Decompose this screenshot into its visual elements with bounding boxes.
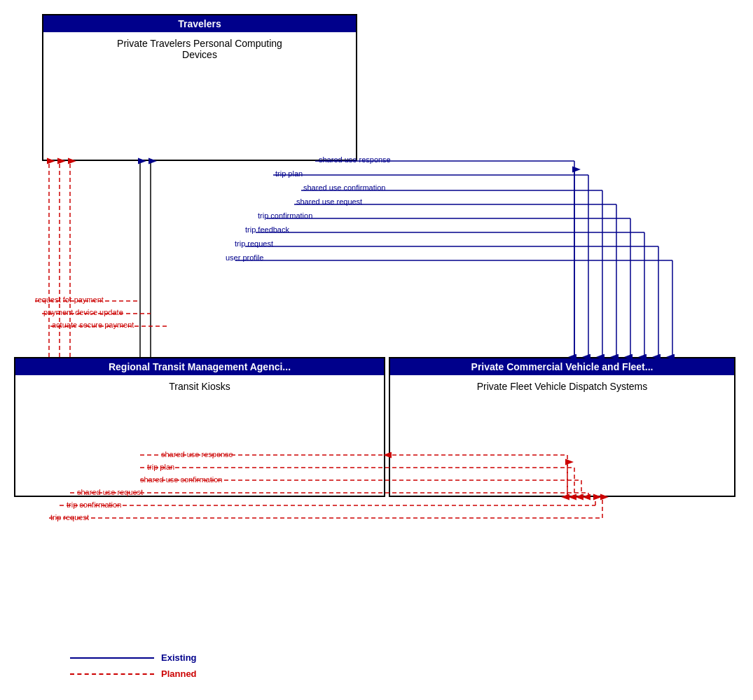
label-trip-feedback-1: trip feedback: [245, 225, 289, 234]
label-trip-plan-2: trip plan: [147, 463, 174, 471]
label-user-profile-1: user profile: [226, 253, 263, 262]
label-shared-use-response-1: shared use response: [319, 155, 391, 164]
label-trip-confirmation-1: trip confirmation: [258, 211, 312, 220]
fleet-header: Private Commercial Vehicle and Fleet...: [390, 358, 734, 375]
legend: Existing Planned: [70, 652, 197, 679]
travelers-box: Travelers Private Travelers Personal Com…: [42, 14, 357, 161]
legend-existing-label: Existing: [161, 652, 197, 663]
label-shared-use-request-2: shared use request: [77, 488, 143, 496]
label-request-payment: request for payment: [35, 295, 104, 304]
legend-existing-line: [70, 657, 154, 659]
legend-planned-line: [70, 673, 154, 675]
label-shared-use-response-2: shared use response: [161, 450, 233, 458]
label-shared-use-request-1: shared use request: [296, 197, 362, 206]
label-trip-plan-1: trip plan: [275, 169, 303, 178]
travelers-header: Travelers: [43, 15, 356, 32]
label-actuate-payment: actuate secure payment: [52, 321, 134, 329]
label-shared-use-confirmation-2: shared use confirmation: [140, 475, 222, 484]
legend-planned-label: Planned: [161, 668, 197, 679]
label-payment-device: payment device update: [43, 308, 123, 316]
transit-header: Regional Transit Management Agenci...: [15, 358, 384, 375]
diagram-container: Travelers Private Travelers Personal Com…: [0, 0, 753, 700]
label-trip-confirmation-2: trip confirmation: [67, 500, 121, 509]
fleet-body: Private Fleet Vehicle Dispatch Systems: [390, 375, 734, 398]
fleet-box: Private Commercial Vehicle and Fleet... …: [389, 357, 735, 497]
legend-planned: Planned: [70, 668, 197, 679]
label-shared-use-confirmation-1: shared use confirmation: [303, 183, 385, 192]
travelers-body: Private Travelers Personal ComputingDevi…: [43, 32, 356, 66]
legend-existing: Existing: [70, 652, 197, 663]
label-trip-request-1: trip request: [235, 239, 273, 248]
transit-body: Transit Kiosks: [15, 375, 384, 398]
label-trip-request-2: trip request: [50, 513, 89, 522]
